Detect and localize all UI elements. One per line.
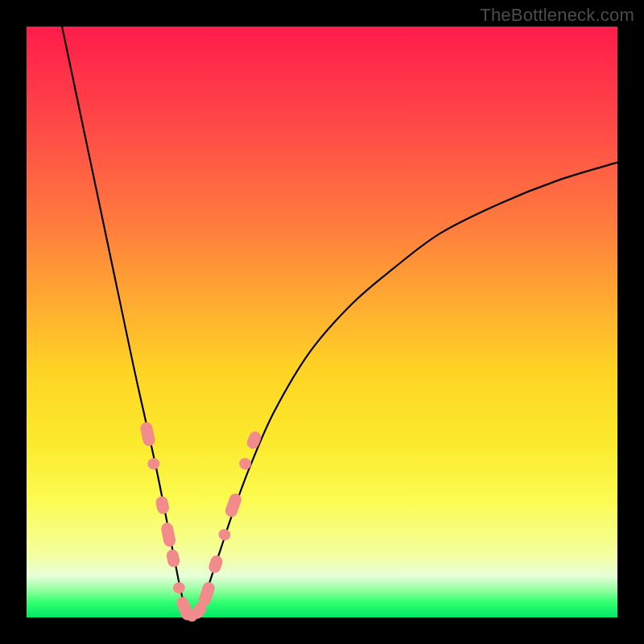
marker-point (207, 554, 224, 575)
marker-point (166, 548, 181, 568)
svg-rect-5 (172, 581, 187, 595)
chart-frame: TheBottleneck.com (0, 0, 644, 644)
marker-point (139, 421, 156, 448)
svg-rect-3 (160, 522, 177, 547)
marker-point (155, 495, 170, 515)
chart-svg (0, 0, 644, 644)
svg-rect-1 (147, 457, 161, 471)
marker-point (245, 430, 262, 451)
svg-rect-9 (197, 580, 217, 607)
marker-point (224, 492, 243, 518)
curve-line (62, 27, 617, 617)
marker-point (172, 581, 187, 595)
marker-point (197, 580, 217, 607)
marker-point (160, 522, 177, 547)
marker-point (147, 457, 161, 471)
marker-point (237, 456, 253, 472)
svg-rect-2 (155, 495, 170, 515)
svg-rect-11 (217, 527, 233, 542)
svg-rect-0 (139, 421, 156, 448)
svg-rect-10 (207, 554, 224, 575)
svg-rect-14 (245, 430, 262, 451)
marker-point (217, 527, 233, 542)
svg-rect-4 (166, 548, 181, 568)
svg-rect-12 (224, 492, 243, 518)
svg-rect-13 (237, 456, 253, 472)
